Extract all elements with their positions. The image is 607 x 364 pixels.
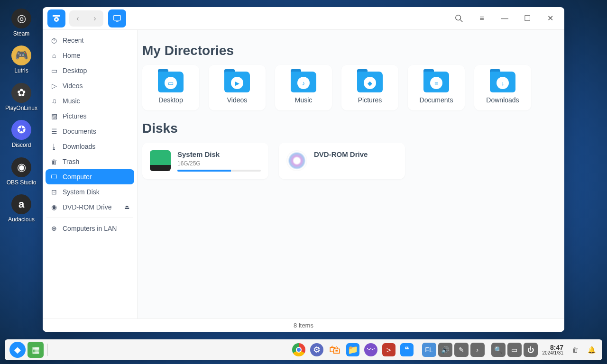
sidebar-item-system-disk[interactable]: ⊡System Disk: [46, 184, 134, 200]
directory-music[interactable]: ♪Music: [275, 65, 332, 110]
tray-volume[interactable]: 🔊: [438, 343, 452, 357]
directory-videos[interactable]: ▶Videos: [209, 65, 266, 110]
steam-icon: ◎: [11, 9, 31, 28]
discord-icon: ✪: [11, 120, 31, 140]
sidebar-item-downloads[interactable]: ⭳Downloads: [46, 139, 134, 154]
sidebar-item-videos[interactable]: ▷Videos: [46, 78, 134, 93]
sidebar-item-icon: ⊡: [50, 188, 58, 196]
sidebar-item-label: Downloads: [63, 143, 95, 150]
sidebar-item-desktop[interactable]: ▭Desktop: [46, 63, 134, 78]
toolbar: ‹ › ≡ — ☐ ✕: [43, 7, 564, 30]
sidebar-item-pictures[interactable]: ▨Pictures: [46, 109, 134, 124]
tray-usb[interactable]: ✎: [454, 343, 469, 357]
desktop-icon-lutris[interactable]: 🎮 Lutris: [2, 46, 40, 74]
desktop-icon-discord[interactable]: ✪ Discord: [2, 120, 40, 148]
folder-icon: ▭: [158, 72, 184, 92]
multitask-button[interactable]: ▦: [28, 342, 44, 358]
desktop-icon-label: Discord: [12, 142, 31, 148]
disks-grid: System Disk16G/25GDVD-ROM Drive: [142, 143, 560, 179]
tray-search[interactable]: 🔍: [491, 343, 506, 357]
desktop-icon-steam[interactable]: ◎ Steam: [2, 9, 40, 37]
desktop-icon-label: OBS Studio: [7, 179, 37, 186]
sidebar-item-dvd-rom-drive[interactable]: ◉DVD-ROM Drive⏏: [46, 200, 134, 215]
desktop-icon-label: PlayOnLinux: [5, 105, 37, 111]
directory-downloads[interactable]: ↓Downloads: [474, 65, 531, 110]
maximize-button[interactable]: ☐: [518, 9, 537, 28]
disk-progress: [177, 170, 261, 172]
taskbar: ◆ ▦ ⚙ 🛍 📁 〰 ＞ ❝ FL 🔊 ✎ › 🔍 ▭ ⏻ 8:47 2024…: [5, 339, 602, 360]
sidebar-item-icon: ◷: [50, 36, 58, 44]
launcher-button[interactable]: ◆: [9, 342, 26, 358]
svg-point-5: [456, 15, 461, 20]
sidebar-item-computers-in-lan[interactable]: ⊕Computers in LAN: [46, 221, 134, 236]
back-button[interactable]: ‹: [69, 10, 86, 27]
close-button[interactable]: ✕: [541, 9, 560, 28]
directory-pictures[interactable]: ◆Pictures: [341, 65, 398, 110]
taskbar-app-monitor[interactable]: 〰: [363, 342, 379, 358]
desktop-icon-obs[interactable]: ◉ OBS Studio: [2, 157, 40, 186]
directory-documents[interactable]: ≡Documents: [408, 65, 465, 110]
tray-notifications[interactable]: 🔔: [584, 343, 598, 357]
sidebar-item-computer[interactable]: 🖵Computer: [46, 169, 134, 184]
taskbar-app-notes[interactable]: ❝: [399, 342, 415, 358]
directory-label: Pictures: [358, 96, 382, 104]
tray-input-method[interactable]: FL: [422, 343, 436, 357]
sidebar-item-documents[interactable]: ☰Documents: [46, 124, 134, 139]
sidebar-item-label: Computer: [63, 173, 92, 181]
location-computer-icon[interactable]: [108, 9, 126, 27]
taskbar-app-settings[interactable]: ⚙: [309, 342, 325, 358]
close-icon: ✕: [547, 14, 553, 23]
desktop-icon-label: Lutris: [14, 67, 28, 74]
folder-icon: ≡: [423, 72, 449, 92]
sidebar-item-home[interactable]: ⌂Home: [46, 48, 134, 63]
menu-button[interactable]: ≡: [472, 9, 491, 28]
disk-usage: 16G/25G: [177, 160, 261, 167]
search-button[interactable]: [450, 9, 469, 28]
directory-label: Downloads: [486, 96, 519, 104]
eject-icon[interactable]: ⏏: [124, 204, 129, 210]
disk-system-disk[interactable]: System Disk16G/25G: [142, 143, 268, 179]
directory-desktop[interactable]: ▭Desktop: [142, 65, 199, 110]
tray-more[interactable]: ›: [470, 343, 485, 357]
sidebar-item-recent[interactable]: ◷Recent: [46, 33, 134, 48]
nav-buttons: ‹ ›: [69, 10, 103, 27]
taskbar-app-chrome[interactable]: [291, 342, 307, 358]
directory-label: Documents: [420, 96, 453, 104]
sidebar-item-music[interactable]: ♫Music: [46, 93, 134, 109]
tray-clock[interactable]: 8:47 2024/1/31: [543, 344, 564, 355]
app-logo-icon[interactable]: [47, 9, 65, 27]
tray-desktop[interactable]: ▭: [507, 343, 522, 357]
sidebar-item-trash[interactable]: 🗑Trash: [46, 154, 134, 169]
disk-icon: [286, 150, 307, 171]
taskbar-app-terminal[interactable]: ＞: [381, 342, 397, 358]
hamburger-icon: ≡: [479, 14, 484, 23]
status-bar: 8 items: [43, 318, 564, 332]
sidebar-item-label: Documents: [63, 127, 96, 135]
taskbar-app-store[interactable]: 🛍: [327, 342, 343, 358]
sidebar-item-icon: 🖵: [50, 173, 58, 181]
playonlinux-icon: ✿: [11, 83, 31, 103]
desktop-icon-label: Steam: [13, 30, 30, 37]
svg-point-2: [55, 18, 57, 20]
directory-label: Desktop: [158, 96, 183, 104]
desktop-icon-playonlinux[interactable]: ✿ PlayOnLinux: [2, 83, 40, 111]
taskbar-app-filemanager[interactable]: 📁: [345, 342, 361, 358]
tray-power[interactable]: ⏻: [524, 343, 538, 357]
sidebar-item-icon: ☰: [50, 127, 58, 135]
sidebar-item-icon: ♫: [50, 97, 58, 105]
item-count: 8 items: [294, 322, 313, 329]
audacious-icon: a: [11, 194, 31, 214]
disk-dvd-rom-drive[interactable]: DVD-ROM Drive: [279, 143, 405, 179]
sidebar-item-icon: ▨: [50, 112, 58, 120]
sidebar-item-label: Home: [63, 52, 80, 59]
minimize-button[interactable]: —: [495, 9, 514, 28]
svg-rect-3: [114, 15, 120, 20]
forward-button[interactable]: ›: [86, 10, 103, 27]
sidebar-item-icon: ▷: [50, 82, 58, 90]
desktop-icon-label: Audacious: [8, 216, 35, 223]
folder-icon: ↓: [490, 72, 515, 92]
tray-trash[interactable]: 🗑: [568, 343, 582, 357]
desktop-icon-audacious[interactable]: a Audacious: [2, 194, 40, 223]
content-area: My Directories ▭Desktop▶Videos♪Music◆Pic…: [138, 30, 564, 318]
sidebar-item-label: Trash: [63, 158, 79, 165]
